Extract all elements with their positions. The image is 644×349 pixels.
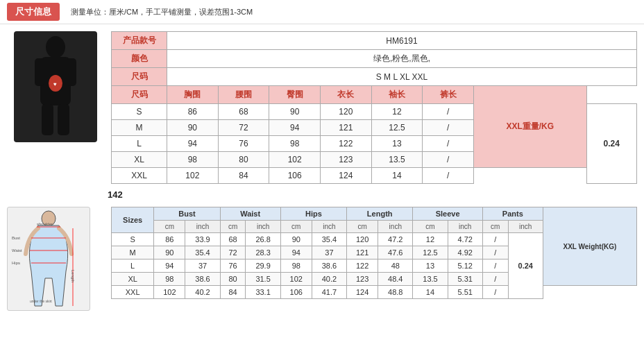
en-col-sizes: Sizes (112, 207, 154, 233)
color-label: 颜色 (112, 50, 167, 68)
page-wrapper: 尺寸信息 测量单位：厘米/CM，手工平铺测量，误差范围1-3CM ♥ (0, 0, 644, 318)
col-header-sleeve: 袖长 (371, 86, 423, 104)
chinese-info-table: 产品款号 HM6191 颜色 绿色,粉色,黑色, 尺码 S M L XL XXL (111, 31, 637, 184)
unit-length-cm: cm (347, 221, 378, 233)
size-value: S M L XL XXL (167, 68, 637, 86)
svg-text:Hips: Hips (12, 261, 20, 265)
en-header-row: Sizes Bust Waist Hips Length Sleeve Pant… (112, 207, 637, 221)
english-size-table: Sizes Bust Waist Hips Length Sleeve Pant… (111, 207, 637, 299)
col-header-bust: 胸围 (167, 86, 219, 104)
product-no-row: 产品款号 HM6191 (112, 32, 637, 50)
chinese-xxl-weight-value: 0.24 (586, 104, 636, 184)
size-label: 尺码 (112, 68, 167, 86)
col-header-length: 衣长 (320, 86, 371, 104)
unit-hips-cm: cm (280, 221, 312, 233)
size-row: 尺码 S M L XL XXL (112, 68, 637, 86)
unit-pants-cm: cm (482, 221, 508, 233)
svg-rect-5 (58, 104, 69, 135)
svg-text:Bust: Bust (12, 236, 20, 240)
unit-waist-cm: cm (220, 221, 246, 233)
col-header-xxl-weight: XXL重量/KG (473, 86, 586, 168)
product-image: ♥ (14, 31, 97, 142)
unit-waist-inch: inch (246, 221, 280, 233)
color-value: 绿色,粉色,黑色, (167, 50, 637, 68)
unit-hips-inch: inch (312, 221, 346, 233)
unit-bust-cm: cm (154, 221, 185, 233)
en-col-xxl-weight: XXL Weight(KG) (543, 207, 636, 286)
header-bar: 尺寸信息 测量单位：厘米/CM，手工平铺测量，误差范围1-3CM (0, 0, 644, 24)
product-no-label: 产品款号 (112, 32, 167, 50)
svg-text:Waist: Waist (12, 248, 22, 253)
svg-rect-2 (35, 58, 44, 86)
product-image-area: ♥ (7, 31, 104, 184)
color-row: 颜色 绿色,粉色,黑色, (112, 50, 637, 68)
page-title: 尺寸信息 (7, 3, 60, 21)
en-col-hips: Hips (280, 207, 346, 221)
unit-bust-inch: inch (185, 221, 220, 233)
svg-text:♥: ♥ (53, 81, 57, 87)
chinese-table-area: 产品款号 HM6191 颜色 绿色,粉色,黑色, 尺码 S M L XL XXL (111, 31, 637, 184)
main-content: ♥ 产品款号 HM6191 颜色 绿色,粉色,黑色, (0, 24, 644, 188)
unit-pants-inch: inch (508, 221, 543, 233)
svg-text:shoulder: shoulder (37, 222, 53, 226)
col-header-pants: 裤长 (423, 86, 474, 104)
unit-length-inch: inch (378, 221, 413, 233)
product-no-value: HM6191 (167, 32, 637, 50)
col-header-hips: 臀围 (269, 86, 321, 104)
bottom-label: 142 (108, 188, 123, 204)
unit-sleeve-cm: cm (413, 221, 448, 233)
en-col-sleeve: Sleeve (413, 207, 482, 221)
svg-point-0 (46, 36, 65, 58)
en-col-pants: Pants (482, 207, 543, 221)
unit-sleeve-inch: inch (448, 221, 482, 233)
svg-rect-4 (42, 104, 53, 135)
col-header-size: 尺码 (112, 86, 167, 104)
en-col-bust: Bust (154, 207, 220, 221)
size-diagram-area: shoulder Bust Waist Hips Length under th… (7, 207, 104, 311)
table-row: XXL 102 84 106 124 14 / (112, 168, 637, 184)
svg-text:Length: Length (71, 270, 75, 282)
en-col-length: Length (347, 207, 413, 221)
measurement-note: 测量单位：厘米/CM，手工平铺测量，误差范围1-3CM (71, 7, 253, 17)
en-col-waist: Waist (220, 207, 280, 221)
svg-rect-3 (67, 58, 76, 86)
english-table-area: Sizes Bust Waist Hips Length Sleeve Pant… (111, 207, 637, 311)
bottom-label-wrapper: 142 (0, 188, 644, 203)
en-value-s: 0.24 (508, 233, 543, 299)
size-diagram: shoulder Bust Waist Hips Length under th… (7, 207, 90, 311)
col-header-waist: 腰围 (218, 86, 269, 104)
table-header-row: 尺码 胸围 腰围 臀围 衣长 袖长 裤长 XXL重量/KG (112, 86, 637, 104)
bottom-section: shoulder Bust Waist Hips Length under th… (0, 203, 644, 318)
svg-text:under the skirt: under the skirt (30, 299, 52, 303)
table-row: XXL 102 40.2 84 33.1 106 41.7 124 48.8 1… (112, 286, 637, 299)
